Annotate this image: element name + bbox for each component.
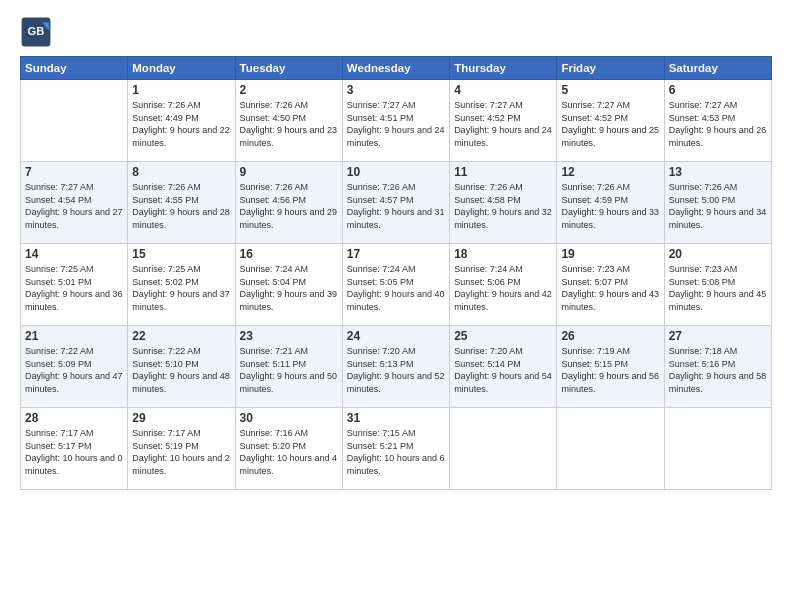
- day-info: Sunrise: 7:24 AMSunset: 5:04 PMDaylight:…: [240, 263, 338, 313]
- day-info: Sunrise: 7:27 AMSunset: 4:54 PMDaylight:…: [25, 181, 123, 231]
- day-number: 12: [561, 165, 659, 179]
- day-number: 18: [454, 247, 552, 261]
- weekday-header-sunday: Sunday: [21, 57, 128, 80]
- day-number: 1: [132, 83, 230, 97]
- calendar-cell: 25Sunrise: 7:20 AMSunset: 5:14 PMDayligh…: [450, 326, 557, 408]
- calendar-cell: 17Sunrise: 7:24 AMSunset: 5:05 PMDayligh…: [342, 244, 449, 326]
- day-info: Sunrise: 7:26 AMSunset: 4:50 PMDaylight:…: [240, 99, 338, 149]
- logo: GB: [20, 16, 54, 48]
- day-info: Sunrise: 7:27 AMSunset: 4:52 PMDaylight:…: [454, 99, 552, 149]
- day-number: 28: [25, 411, 123, 425]
- calendar-cell: 6Sunrise: 7:27 AMSunset: 4:53 PMDaylight…: [664, 80, 771, 162]
- calendar-cell: 8Sunrise: 7:26 AMSunset: 4:55 PMDaylight…: [128, 162, 235, 244]
- day-info: Sunrise: 7:19 AMSunset: 5:15 PMDaylight:…: [561, 345, 659, 395]
- svg-text:GB: GB: [28, 25, 45, 37]
- calendar-cell: 28Sunrise: 7:17 AMSunset: 5:17 PMDayligh…: [21, 408, 128, 490]
- day-number: 19: [561, 247, 659, 261]
- week-row-4: 21Sunrise: 7:22 AMSunset: 5:09 PMDayligh…: [21, 326, 772, 408]
- day-info: Sunrise: 7:25 AMSunset: 5:01 PMDaylight:…: [25, 263, 123, 313]
- calendar-cell: [21, 80, 128, 162]
- calendar-cell: 23Sunrise: 7:21 AMSunset: 5:11 PMDayligh…: [235, 326, 342, 408]
- day-number: 21: [25, 329, 123, 343]
- weekday-header-monday: Monday: [128, 57, 235, 80]
- day-info: Sunrise: 7:23 AMSunset: 5:07 PMDaylight:…: [561, 263, 659, 313]
- day-number: 22: [132, 329, 230, 343]
- calendar-cell: 26Sunrise: 7:19 AMSunset: 5:15 PMDayligh…: [557, 326, 664, 408]
- calendar-cell: 27Sunrise: 7:18 AMSunset: 5:16 PMDayligh…: [664, 326, 771, 408]
- day-info: Sunrise: 7:20 AMSunset: 5:14 PMDaylight:…: [454, 345, 552, 395]
- day-number: 8: [132, 165, 230, 179]
- page-container: GB SundayMondayTuesdayWednesdayThursdayF…: [0, 0, 792, 500]
- day-number: 27: [669, 329, 767, 343]
- calendar-cell: 4Sunrise: 7:27 AMSunset: 4:52 PMDaylight…: [450, 80, 557, 162]
- day-number: 30: [240, 411, 338, 425]
- day-info: Sunrise: 7:17 AMSunset: 5:17 PMDaylight:…: [25, 427, 123, 477]
- day-info: Sunrise: 7:26 AMSunset: 4:58 PMDaylight:…: [454, 181, 552, 231]
- calendar-cell: 11Sunrise: 7:26 AMSunset: 4:58 PMDayligh…: [450, 162, 557, 244]
- day-info: Sunrise: 7:22 AMSunset: 5:09 PMDaylight:…: [25, 345, 123, 395]
- day-number: 6: [669, 83, 767, 97]
- calendar-cell: 7Sunrise: 7:27 AMSunset: 4:54 PMDaylight…: [21, 162, 128, 244]
- logo-icon: GB: [20, 16, 52, 48]
- week-row-1: 1Sunrise: 7:26 AMSunset: 4:49 PMDaylight…: [21, 80, 772, 162]
- day-info: Sunrise: 7:26 AMSunset: 4:56 PMDaylight:…: [240, 181, 338, 231]
- calendar-cell: 2Sunrise: 7:26 AMSunset: 4:50 PMDaylight…: [235, 80, 342, 162]
- day-number: 16: [240, 247, 338, 261]
- weekday-header-friday: Friday: [557, 57, 664, 80]
- day-number: 10: [347, 165, 445, 179]
- calendar-cell: 10Sunrise: 7:26 AMSunset: 4:57 PMDayligh…: [342, 162, 449, 244]
- day-info: Sunrise: 7:23 AMSunset: 5:08 PMDaylight:…: [669, 263, 767, 313]
- calendar-cell: 5Sunrise: 7:27 AMSunset: 4:52 PMDaylight…: [557, 80, 664, 162]
- calendar-cell: 24Sunrise: 7:20 AMSunset: 5:13 PMDayligh…: [342, 326, 449, 408]
- day-number: 17: [347, 247, 445, 261]
- day-info: Sunrise: 7:26 AMSunset: 4:49 PMDaylight:…: [132, 99, 230, 149]
- day-number: 29: [132, 411, 230, 425]
- day-number: 9: [240, 165, 338, 179]
- weekday-header-saturday: Saturday: [664, 57, 771, 80]
- calendar-cell: 12Sunrise: 7:26 AMSunset: 4:59 PMDayligh…: [557, 162, 664, 244]
- day-number: 20: [669, 247, 767, 261]
- day-info: Sunrise: 7:18 AMSunset: 5:16 PMDaylight:…: [669, 345, 767, 395]
- calendar-cell: 19Sunrise: 7:23 AMSunset: 5:07 PMDayligh…: [557, 244, 664, 326]
- calendar-cell: 3Sunrise: 7:27 AMSunset: 4:51 PMDaylight…: [342, 80, 449, 162]
- calendar-cell: 15Sunrise: 7:25 AMSunset: 5:02 PMDayligh…: [128, 244, 235, 326]
- day-info: Sunrise: 7:16 AMSunset: 5:20 PMDaylight:…: [240, 427, 338, 477]
- day-number: 14: [25, 247, 123, 261]
- day-info: Sunrise: 7:27 AMSunset: 4:53 PMDaylight:…: [669, 99, 767, 149]
- day-info: Sunrise: 7:27 AMSunset: 4:51 PMDaylight:…: [347, 99, 445, 149]
- calendar-cell: 9Sunrise: 7:26 AMSunset: 4:56 PMDaylight…: [235, 162, 342, 244]
- day-info: Sunrise: 7:17 AMSunset: 5:19 PMDaylight:…: [132, 427, 230, 477]
- calendar-cell: 30Sunrise: 7:16 AMSunset: 5:20 PMDayligh…: [235, 408, 342, 490]
- weekday-header-tuesday: Tuesday: [235, 57, 342, 80]
- calendar-cell: 1Sunrise: 7:26 AMSunset: 4:49 PMDaylight…: [128, 80, 235, 162]
- day-info: Sunrise: 7:24 AMSunset: 5:05 PMDaylight:…: [347, 263, 445, 313]
- calendar-cell: [450, 408, 557, 490]
- day-number: 7: [25, 165, 123, 179]
- calendar-cell: 18Sunrise: 7:24 AMSunset: 5:06 PMDayligh…: [450, 244, 557, 326]
- day-number: 5: [561, 83, 659, 97]
- week-row-2: 7Sunrise: 7:27 AMSunset: 4:54 PMDaylight…: [21, 162, 772, 244]
- calendar-cell: 20Sunrise: 7:23 AMSunset: 5:08 PMDayligh…: [664, 244, 771, 326]
- day-info: Sunrise: 7:26 AMSunset: 4:57 PMDaylight:…: [347, 181, 445, 231]
- calendar-cell: 29Sunrise: 7:17 AMSunset: 5:19 PMDayligh…: [128, 408, 235, 490]
- calendar-cell: 31Sunrise: 7:15 AMSunset: 5:21 PMDayligh…: [342, 408, 449, 490]
- day-number: 11: [454, 165, 552, 179]
- weekday-header-row: SundayMondayTuesdayWednesdayThursdayFrid…: [21, 57, 772, 80]
- day-number: 26: [561, 329, 659, 343]
- day-info: Sunrise: 7:20 AMSunset: 5:13 PMDaylight:…: [347, 345, 445, 395]
- calendar-cell: [664, 408, 771, 490]
- calendar-cell: 13Sunrise: 7:26 AMSunset: 5:00 PMDayligh…: [664, 162, 771, 244]
- week-row-3: 14Sunrise: 7:25 AMSunset: 5:01 PMDayligh…: [21, 244, 772, 326]
- day-number: 3: [347, 83, 445, 97]
- day-number: 4: [454, 83, 552, 97]
- calendar-cell: 22Sunrise: 7:22 AMSunset: 5:10 PMDayligh…: [128, 326, 235, 408]
- calendar-cell: [557, 408, 664, 490]
- week-row-5: 28Sunrise: 7:17 AMSunset: 5:17 PMDayligh…: [21, 408, 772, 490]
- day-info: Sunrise: 7:26 AMSunset: 4:59 PMDaylight:…: [561, 181, 659, 231]
- weekday-header-wednesday: Wednesday: [342, 57, 449, 80]
- day-number: 13: [669, 165, 767, 179]
- day-info: Sunrise: 7:26 AMSunset: 4:55 PMDaylight:…: [132, 181, 230, 231]
- day-info: Sunrise: 7:21 AMSunset: 5:11 PMDaylight:…: [240, 345, 338, 395]
- day-number: 2: [240, 83, 338, 97]
- day-info: Sunrise: 7:22 AMSunset: 5:10 PMDaylight:…: [132, 345, 230, 395]
